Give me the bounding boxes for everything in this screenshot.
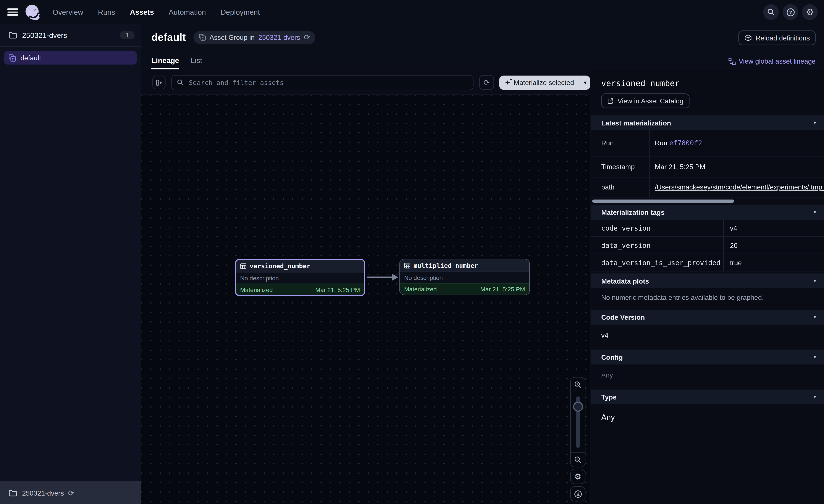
materialize-selected-button[interactable]: ✦✦ Materialize selected ▾ (499, 75, 590, 90)
materialization-time: Mar 21, 5:25 PM (481, 286, 525, 292)
folder-icon (8, 489, 17, 497)
sidebar-footer: 250321-dvers ⟳ (0, 482, 141, 504)
nav-item-runs[interactable]: Runs (98, 8, 115, 16)
sidebar-workspace-row[interactable]: 250321-dvers 1 (0, 24, 141, 47)
asset-node-multiplied-number[interactable]: multiplied_number No description Materia… (399, 259, 530, 295)
asset-search-box (172, 75, 474, 90)
asset-edge (141, 95, 590, 504)
asset-name-title: versioned_number (601, 79, 824, 88)
svg-text:?: ? (789, 9, 792, 15)
reload-cube-icon (744, 34, 752, 42)
zoom-in-icon[interactable] (571, 377, 585, 392)
section-type[interactable]: Type ▼ (591, 390, 824, 404)
chevron-down-icon: ▼ (813, 120, 817, 125)
chevron-down-icon: ▼ (813, 210, 817, 215)
nav-item-deployment[interactable]: Deployment (221, 8, 260, 16)
section-metadata-plots[interactable]: Metadata plots ▼ (591, 274, 824, 288)
primary-nav: Overview Runs Assets Automation Deployme… (53, 8, 260, 16)
tab-lineage[interactable]: Lineage (151, 56, 179, 70)
chevron-down-icon: ▼ (813, 394, 817, 399)
path-link[interactable]: /Users/smackesey/stm/code/elementl/exper… (655, 183, 824, 191)
reload-definitions-button[interactable]: Reload definitions (738, 30, 816, 45)
view-global-asset-lineage-link[interactable]: View global asset lineage (728, 57, 816, 65)
node-description: No description (236, 272, 364, 283)
asset-count-badge: 1 (120, 31, 134, 39)
table-row: Timestamp Mar 21, 5:25 PM (591, 156, 824, 177)
search-input[interactable] (188, 78, 468, 87)
status-badge: Materialized (404, 286, 437, 292)
external-link-icon (607, 97, 614, 104)
sparkle-icon: ✦✦ (505, 79, 511, 86)
workspace-name: 250321-dvers (22, 31, 67, 39)
view-in-asset-catalog-button[interactable]: View in Asset Catalog (601, 94, 689, 108)
zoom-out-icon[interactable] (571, 453, 585, 467)
top-nav: Overview Runs Assets Automation Deployme… (0, 0, 824, 24)
horizontal-scrollbar[interactable] (592, 200, 734, 203)
table-row: data_version_is_user_provided true (591, 254, 824, 271)
node-status-bar: Materialized Mar 21, 5:25 PM (400, 283, 529, 294)
settings-gear-icon[interactable]: ⚙ (802, 4, 818, 20)
chip-label: Asset Group in (209, 33, 254, 41)
lineage-graph-canvas[interactable]: versioned_number No description Material… (141, 95, 590, 504)
nav-item-automation[interactable]: Automation (169, 8, 206, 16)
search-icon (177, 79, 184, 86)
zoom-slider[interactable] (571, 392, 585, 453)
menu-icon[interactable] (7, 8, 18, 16)
asset-group-icon (198, 33, 206, 41)
help-icon[interactable]: ? (783, 4, 798, 20)
lineage-graph-icon (728, 57, 735, 65)
page-header: default Asset Group in 250321-dvers ⟳ Re… (141, 24, 824, 71)
asset-group-chip: Asset Group in 250321-dvers ⟳ (193, 31, 315, 44)
top-nav-actions: ? ⚙ (763, 4, 818, 20)
nav-item-assets[interactable]: Assets (130, 8, 154, 16)
refresh-graph-icon[interactable]: ⟳ (479, 75, 494, 90)
materialize-dropdown-button[interactable]: ▾ (580, 75, 590, 90)
table-row: Run Run ef7800f2 (591, 130, 824, 156)
type-value: Any (591, 404, 824, 428)
search-icon[interactable] (763, 4, 779, 20)
asset-node-versioned-number[interactable]: versioned_number No description Material… (235, 259, 365, 296)
section-code-version[interactable]: Code Version ▼ (591, 310, 824, 325)
reload-definitions-label: Reload definitions (755, 34, 810, 42)
download-graph-icon[interactable] (570, 486, 586, 501)
code-version-value: v4 (591, 325, 824, 348)
lineage-toolbar: ⟳ ✦✦ Materialize selected ▾ (141, 70, 590, 95)
chevron-down-icon: ▼ (813, 314, 817, 320)
sidebar-item-label: default (21, 54, 41, 61)
status-badge: Materialized (240, 286, 273, 293)
metadata-plots-empty-text: No numeric metadata entries available to… (591, 288, 824, 308)
asset-sidebar: 250321-dvers 1 default 250321-dvers ⟳ (0, 24, 141, 504)
graph-settings-icon[interactable]: ⚙ (570, 469, 586, 484)
zoom-slider-thumb[interactable] (573, 402, 583, 412)
expand-panel-icon[interactable] (152, 76, 166, 89)
dagster-logo-icon[interactable] (23, 3, 41, 21)
chevron-down-icon: ▼ (813, 278, 817, 283)
tab-bar: Lineage List (141, 50, 824, 69)
refresh-icon[interactable]: ⟳ (68, 489, 74, 497)
table-icon (240, 263, 246, 269)
page-title: default (151, 31, 186, 43)
nav-item-overview[interactable]: Overview (53, 8, 83, 16)
sidebar-item-default[interactable]: default (4, 51, 137, 65)
table-row: data_version 20 (591, 237, 824, 254)
table-icon (404, 262, 410, 268)
section-config[interactable]: Config ▼ (591, 350, 824, 365)
node-description: No description (400, 271, 529, 283)
table-row: path /Users/smackesey/stm/code/elementl/… (591, 177, 824, 197)
footer-workspace-name: 250321-dvers (22, 489, 64, 497)
tab-list[interactable]: List (191, 56, 202, 70)
table-row: code_version v4 (591, 220, 824, 237)
materialization-time: Mar 21, 5:25 PM (315, 286, 360, 293)
config-value: Any (591, 365, 824, 388)
workspace-link[interactable]: 250321-dvers (258, 33, 300, 41)
refresh-icon[interactable]: ⟳ (304, 33, 310, 41)
chevron-down-icon: ▼ (813, 354, 817, 360)
dagster-app: Overview Runs Assets Automation Deployme… (0, 0, 824, 504)
run-id-link[interactable]: ef7800f2 (669, 139, 702, 147)
folder-icon (8, 31, 17, 39)
section-latest-materialization[interactable]: Latest materialization ▼ (591, 116, 824, 130)
zoom-controls (570, 377, 586, 468)
latest-materialization-table: Run Run ef7800f2 Timestamp Mar 21, 5:25 … (591, 130, 824, 198)
asset-detail-panel: versioned_number View in Asset Catalog L… (591, 70, 824, 504)
section-materialization-tags[interactable]: Materialization tags ▼ (591, 205, 824, 220)
